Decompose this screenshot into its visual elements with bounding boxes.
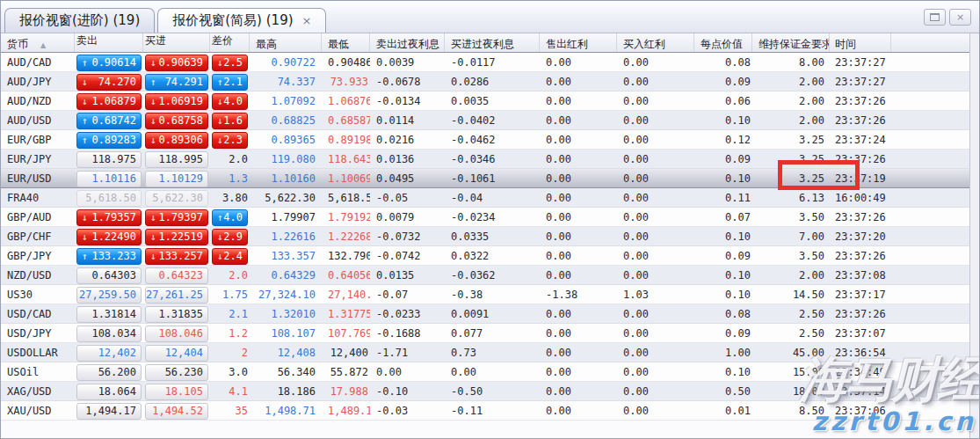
sell-quote-button[interactable]: 118.975 [76,151,142,168]
spread-button[interactable]: ↓1.6 [212,113,248,129]
restore-window-button[interactable] [924,9,946,26]
sell-quote-button[interactable]: ↓1.22490 [76,229,142,245]
buy-quote-button[interactable]: 27,261.25 [145,287,208,304]
sell-quote-button[interactable]: ↑0.89283 [76,132,142,149]
spread-button[interactable]: ↓4.0 [212,93,248,110]
spread-button[interactable]: ↓2.5 [212,55,248,71]
quote-value: 0.68742 [91,113,136,129]
cell-high: 1.79907 [250,208,322,227]
buy-quote-button[interactable]: 1.10129 [145,171,208,187]
sell-quote-button[interactable]: ↓1.79357 [76,209,142,226]
buy-quote-button[interactable]: ↓0.68758 [145,113,208,129]
sell-quote-button[interactable]: ↓74.270 [76,74,142,91]
cell-buy_dividend: 0.00 [617,362,694,382]
quote-row-usd-jpy[interactable]: USD/JPY108.034108.0461.2108.107107.769-0… [1,324,979,343]
buy-quote-button[interactable]: 118.995 [145,151,208,168]
cell-currency: US30 [1,285,75,304]
buy-quote-button[interactable]: ↓133.257 [145,248,208,265]
cell-low: 0.68587 [322,111,370,130]
spread-button[interactable]: ↓2.9 [212,229,248,245]
column-header-sell[interactable]: 卖出 [75,33,143,52]
quote-row-aud-cad[interactable]: AUD/CAD↑0.90614↓0.90639↓2.50.907220.9048… [1,53,979,72]
buy-quote-button[interactable]: ↓1.06919 [145,93,208,110]
buy-quote-button[interactable]: ↑74.291 [145,74,208,91]
sell-quote-button[interactable]: 27,259.50 [76,287,142,304]
quote-row-gbp-chf[interactable]: GBP/CHF↓1.22490↓1.22519↓2.91.226161.2226… [1,227,979,246]
tab-quote-simple[interactable]: 报价视窗(简易) (19) × [157,8,326,33]
buy-quote-button[interactable]: ↓1.22519 [145,229,208,245]
cell-spread: ↑2.1 [210,74,250,91]
cell-buy_dividend: 0.00 [617,111,694,130]
spread-button[interactable]: ↑2.1 [212,74,248,91]
cell-buy_dividend: 0.00 [617,304,694,324]
sell-quote-button[interactable]: ↑133.233 [76,248,142,265]
cell-currency: AUD/USD [1,111,75,130]
column-header-currency[interactable]: 货币▲ [1,33,75,52]
close-window-button[interactable]: × [949,9,971,26]
column-header-time[interactable]: 时间 [830,33,891,52]
cell-high: 0.68825 [250,111,322,130]
buy-quote-button[interactable]: 0.64323 [145,267,208,284]
cell-buy_overnight: 0.0335 [445,227,540,246]
cell-spread: ↓4.0 [210,93,250,110]
cell-per_point: 0.08 [694,304,752,324]
cell-high: 56.340 [250,362,322,382]
column-header-buy[interactable]: 买进 [143,33,210,52]
buy-quote-button[interactable]: ↓0.90639 [145,55,208,71]
cell-time: 23:37:27 [830,72,891,91]
column-header-per_point[interactable]: 每点价值 [694,33,752,52]
quote-row-xag-usd[interactable]: XAG/USD18.06418.1054.118.18617.988-0.10-… [1,382,979,401]
sell-quote-button[interactable]: 1.10116 [76,171,142,187]
sell-quote-button[interactable]: ↓1.06879 [76,93,142,110]
sell-quote-button[interactable]: 1.31814 [76,306,142,323]
cell-per_point: 0.50 [694,382,752,401]
sell-quote-button[interactable]: 12,402 [76,345,142,362]
quote-row-fra40[interactable]: FRA405,618.505,622.303.805,622.305,618.5… [1,188,979,208]
quote-row-usdollar[interactable]: USDOLLAR12,40212,404212,40812,400-1.710.… [1,343,979,362]
buy-quote-button[interactable]: ↓1.79397 [145,209,208,226]
cell-margin: 18.00 [752,382,830,401]
column-header-buy_overnight[interactable]: 买进过夜利息 [445,33,540,52]
buy-quote-button[interactable]: 1,494.52 [145,403,208,420]
tab-quote-advanced[interactable]: 报价视窗(进阶) (19) [4,8,155,33]
sell-quote-button[interactable]: 56.200 [76,364,142,381]
spread-button[interactable]: ↑4.0 [212,209,248,226]
cell-currency: USOil [1,362,75,382]
sell-quote-button[interactable]: ↑0.68742 [76,113,142,129]
cell-low: 107.769 [322,324,370,343]
buy-quote-button[interactable]: 1.31835 [145,306,208,323]
sell-quote-button[interactable]: 108.034 [76,326,142,342]
quote-row-aud-nzd[interactable]: AUD/NZD↓1.06879↓1.06919↓4.01.070921.0687… [1,91,979,111]
spread-button[interactable]: ↓2.4 [212,248,248,265]
sell-quote-button[interactable]: 0.64303 [76,267,142,284]
buy-quote-button[interactable]: ↓0.89306 [145,132,208,149]
column-header-high[interactable]: 最高 [250,33,322,52]
column-header-margin[interactable]: 维持保证金要求 [752,33,830,52]
buy-quote-button[interactable]: 108.046 [145,326,208,342]
quote-row-usd-cad[interactable]: USD/CAD1.318141.318352.11.320101.31775-0… [1,304,979,324]
buy-quote-button[interactable]: 18.105 [145,384,208,400]
quote-row-us30[interactable]: US3027,259.5027,261.251.7527,324.1027,14… [1,285,979,304]
sell-quote-button: 5,618.50 [76,190,142,207]
column-header-spread[interactable]: 差价 [210,33,250,52]
quote-row-gbp-aud[interactable]: GBP/AUD↓1.79357↓1.79397↑4.01.799071.7919… [1,208,979,227]
quote-row-aud-jpy[interactable]: AUD/JPY↓74.270↑74.291↑2.174.33773.933-0.… [1,72,979,91]
sell-quote-button[interactable]: ↑0.90614 [76,55,142,71]
spread-button[interactable]: ↓2.3 [212,132,248,149]
sell-quote-button[interactable]: 18.064 [76,384,142,400]
column-header-low[interactable]: 最低 [322,33,370,52]
quote-row-aud-usd[interactable]: AUD/USD↑0.68742↓0.68758↓1.60.688250.6858… [1,111,979,130]
cell-buy: ↓0.89306 [143,132,210,149]
quote-row-usoil[interactable]: USOil56.20056.2303.056.34055.8720.000.00… [1,362,979,382]
quote-row-xau-usd[interactable]: XAU/USD1,494.171,494.52351,498.711,489.1… [1,401,979,421]
tab-close-icon[interactable]: × [302,15,312,26]
buy-quote-button[interactable]: 12,404 [145,345,208,362]
column-header-buy_dividend[interactable]: 买入红利 [617,33,694,52]
sell-quote-button[interactable]: 1,494.17 [76,403,142,420]
quote-row-eur-gbp[interactable]: EUR/GBP↑0.89283↓0.89306↓2.30.893650.8919… [1,130,979,150]
column-header-sell_dividend[interactable]: 售出红利 [540,33,617,52]
buy-quote-button[interactable]: 56.230 [145,364,208,381]
column-header-sell_overnight[interactable]: 卖出过夜利息 [370,33,445,52]
quote-row-nzd-usd[interactable]: NZD/USD0.643030.643232.00.643290.640560.… [1,266,979,285]
quote-row-gbp-jpy[interactable]: GBP/JPY↑133.233↓133.257↓2.4133.357132.79… [1,246,979,266]
